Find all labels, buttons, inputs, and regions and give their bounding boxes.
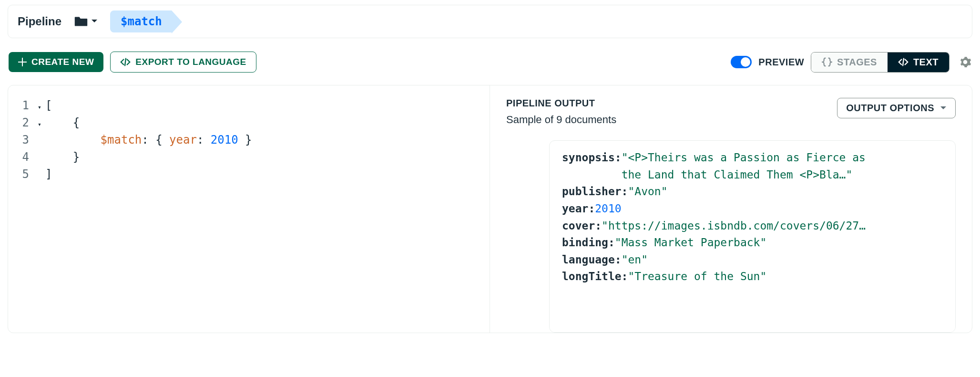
toolbar-left: CREATE NEW EXPORT TO LANGUAGE: [9, 52, 256, 73]
doc-key: year:: [562, 200, 595, 218]
chevron-down-icon: [91, 19, 98, 24]
doc-value: "Mass Market Paperback": [615, 234, 767, 251]
fold-toggle[interactable]: ▾: [34, 103, 45, 112]
preview-label: PREVIEW: [758, 57, 804, 68]
stages-label: STAGES: [837, 57, 877, 68]
doc-field: longTitle: "Treasure of the Sun": [562, 268, 943, 285]
doc-value: "https://images.isbndb.com/covers/06/27…: [602, 218, 866, 235]
create-new-label: CREATE NEW: [31, 57, 94, 67]
output-header: PIPELINE OUTPUT Sample of 9 documents OU…: [506, 98, 956, 126]
code-content: }: [45, 148, 80, 166]
export-to-language-button[interactable]: EXPORT TO LANGUAGE: [110, 52, 256, 73]
editor-line: 2▾ {: [15, 114, 478, 131]
plus-icon: [18, 58, 27, 66]
output-document-card[interactable]: synopsis: "<P>Theirs was a Passion as Fi…: [549, 140, 956, 333]
settings-button[interactable]: [959, 56, 971, 68]
line-number: 4: [15, 148, 34, 166]
fold-toggle[interactable]: ▾: [34, 120, 45, 129]
doc-key: language:: [562, 251, 622, 269]
line-number: 1: [15, 97, 34, 114]
doc-key: cover:: [562, 218, 602, 235]
line-number: 5: [15, 166, 34, 183]
output-title: PIPELINE OUTPUT: [506, 98, 616, 109]
doc-field: publisher: "Avon": [562, 183, 943, 200]
doc-field: cover: "https://images.isbndb.com/covers…: [562, 218, 943, 235]
code-content: [: [45, 97, 52, 114]
output-subtitle: Sample of 9 documents: [506, 114, 616, 126]
create-new-button[interactable]: CREATE NEW: [9, 52, 103, 72]
editor-line: 5]: [15, 166, 478, 183]
output-pane: PIPELINE OUTPUT Sample of 9 documents OU…: [490, 85, 972, 333]
toolbar: CREATE NEW EXPORT TO LANGUAGE PREVIEW ST…: [8, 52, 972, 73]
stage-chip-label: $match: [121, 15, 162, 28]
doc-field: synopsis: "<P>Theirs was a Passion as Fi…: [562, 149, 943, 167]
editor-line: 4 }: [15, 148, 478, 166]
doc-field: year: 2010: [562, 200, 943, 218]
doc-key: synopsis:: [562, 149, 622, 167]
code-content: {: [45, 114, 80, 131]
doc-value: "en": [622, 251, 648, 269]
editor-pane[interactable]: 1▾[2▾ {3 $match: { year: 2010 }4 }5]: [8, 85, 490, 333]
doc-value: "Avon": [628, 183, 667, 200]
doc-key: binding:: [562, 234, 615, 251]
code-icon: [898, 58, 909, 66]
editor-line: 3 $match: { year: 2010 }: [15, 131, 478, 148]
editor-line: 1▾[: [15, 97, 478, 114]
code-icon: [120, 58, 131, 66]
content-panels: 1▾[2▾ {3 $match: { year: 2010 }4 }5] PIP…: [8, 85, 972, 333]
doc-key: publisher:: [562, 183, 628, 200]
text-mode-button[interactable]: TEXT: [888, 52, 949, 72]
preview-toggle[interactable]: [731, 56, 752, 68]
page-title: Pipeline: [18, 15, 61, 28]
code-content: $match: { year: 2010 }: [45, 131, 252, 148]
doc-value: 2010: [595, 200, 621, 218]
line-number: 2: [15, 114, 34, 131]
folder-icon: [74, 16, 88, 27]
doc-value: "<P>Theirs was a Passion as Fierce as: [622, 149, 866, 167]
stage-chip-match[interactable]: $match: [110, 10, 172, 32]
text-label: TEXT: [913, 57, 939, 68]
code-content: ]: [45, 166, 52, 183]
doc-field-continuation: synopsis: the Land that Claimed Them <P>…: [562, 167, 943, 184]
toolbar-right: PREVIEW STAGES TEXT: [731, 52, 971, 73]
gear-icon: [959, 56, 971, 68]
doc-key: longTitle:: [562, 268, 628, 285]
breadcrumb: Pipeline $match: [8, 5, 972, 38]
saved-pipelines-dropdown[interactable]: [74, 16, 98, 27]
braces-icon: [822, 57, 832, 67]
doc-value: the Land that Claimed Them <P>Bla…": [622, 167, 853, 184]
doc-field: binding: "Mass Market Paperback": [562, 234, 943, 251]
doc-value: "Treasure of the Sun": [628, 268, 766, 285]
chevron-down-icon: [940, 106, 947, 111]
line-number: 3: [15, 131, 34, 148]
view-mode-segment: STAGES TEXT: [811, 52, 949, 73]
fade-overlay: [550, 313, 955, 332]
output-options-button[interactable]: OUTPUT OPTIONS: [837, 98, 956, 118]
stages-mode-button[interactable]: STAGES: [811, 52, 888, 72]
export-label: EXPORT TO LANGUAGE: [135, 57, 246, 67]
output-options-label: OUTPUT OPTIONS: [846, 103, 934, 114]
doc-field: language: "en": [562, 251, 943, 269]
